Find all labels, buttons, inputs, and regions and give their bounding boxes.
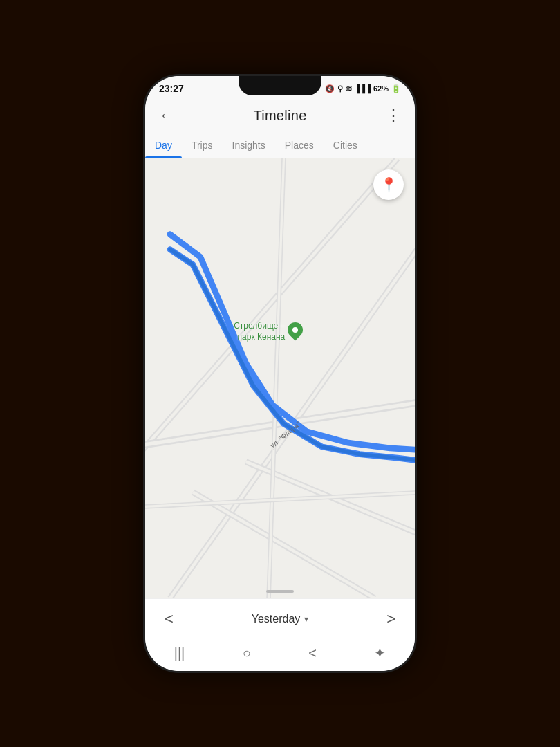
battery-icon: 🔋 <box>391 84 401 93</box>
date-dropdown-arrow: ▾ <box>304 614 308 624</box>
place-pin-icon[interactable] <box>285 320 306 341</box>
locate-icon: 📍 <box>380 176 398 193</box>
tab-trips[interactable]: Trips <box>182 133 223 158</box>
sound-icon: 🔇 <box>325 84 335 93</box>
battery-text: 62% <box>373 84 389 93</box>
signal-icon: ▐▐▐ <box>355 84 371 93</box>
status-time: 23:27 <box>159 83 184 94</box>
system-back-icon[interactable]: < <box>308 645 317 661</box>
back-button[interactable]: ← <box>156 104 177 127</box>
tab-insights[interactable]: Insights <box>223 133 275 158</box>
next-date-button[interactable]: > <box>381 607 401 631</box>
current-date-label: Yesterday <box>252 613 301 625</box>
tabs-bar: Day Trips Insights Places Cities <box>145 133 415 158</box>
tab-cities[interactable]: Cities <box>324 133 367 158</box>
location-icon: ⚲ <box>337 84 343 93</box>
system-home-icon[interactable]: ○ <box>243 645 251 661</box>
more-options-button[interactable]: ⋮ <box>383 104 404 127</box>
status-icons: 🔇 ⚲ ≋ ▐▐▐ 62% 🔋 <box>325 84 401 93</box>
wifi-icon: ≋ <box>346 84 352 93</box>
date-selector[interactable]: Yesterday ▾ <box>252 613 309 625</box>
place-name-line1: Стрелбище – <box>234 321 285 332</box>
date-navigation-bar: < Yesterday ▾ > <box>145 598 415 639</box>
page-title: Timeline <box>253 108 306 124</box>
system-nav-bar: ||| ○ < ✦ <box>145 639 415 671</box>
tab-day[interactable]: Day <box>145 133 182 158</box>
app-header: ← Timeline ⋮ <box>145 98 415 133</box>
locate-button[interactable]: 📍 <box>373 169 404 200</box>
system-menu-icon[interactable]: ||| <box>174 645 185 661</box>
swipe-handle <box>266 590 294 593</box>
map-area: 📍 Стрелбище – парк Кенана ул. "Флора" <box>145 158 415 598</box>
tab-places[interactable]: Places <box>275 133 324 158</box>
place-name-line2: парк Кенана <box>234 332 285 343</box>
prev-date-button[interactable]: < <box>159 607 179 631</box>
accessibility-icon[interactable]: ✦ <box>374 645 386 661</box>
place-label: Стрелбище – парк Кенана <box>234 321 303 342</box>
map-svg <box>145 158 415 598</box>
